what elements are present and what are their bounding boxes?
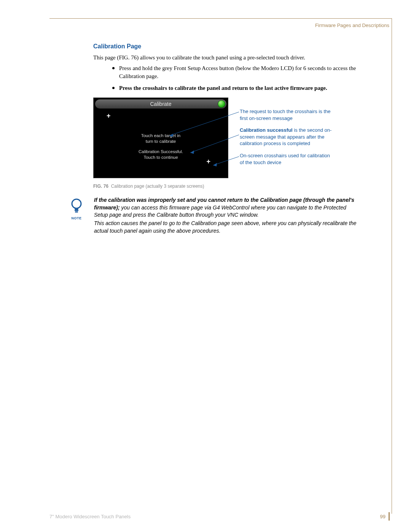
- svg-rect-8: [75, 211, 78, 212]
- callout-3: On-screen crosshairs used for calibratio…: [240, 152, 335, 166]
- page-frame: Firmware Pages and Descriptions Calibrat…: [49, 18, 392, 514]
- note-p1-rest: you can access this firmware page via G4…: [94, 204, 346, 218]
- note-text: If the calibration was improperly set an…: [94, 197, 361, 235]
- svg-rect-7: [75, 209, 78, 211]
- figure-caption-text: Calibration page (actually 3 separate sc…: [111, 184, 204, 189]
- bullet-text: Press the crosshairs to calibrate the pa…: [119, 85, 327, 91]
- screen-title-bar: Calibrate: [95, 99, 226, 109]
- status-dot-icon: [218, 100, 225, 108]
- callout-1: The request to touch the crosshairs is t…: [240, 108, 335, 121]
- note-label: NOTE: [67, 216, 86, 220]
- footer-doc-title: 7" Modero Widescreen Touch Panels: [49, 514, 131, 519]
- note-icon-wrap: NOTE: [67, 198, 86, 220]
- note-para-1: If the calibration was improperly set an…: [94, 197, 361, 219]
- crosshair-icon: +: [107, 112, 111, 119]
- page-footer: 7" Modero Widescreen Touch Panels 99: [49, 512, 392, 521]
- page-number: 99: [380, 512, 390, 521]
- note-para-2: This action causes the panel to go to th…: [94, 220, 361, 235]
- msg1-line2: turn to calibrate: [146, 139, 176, 144]
- note-block: NOTE If the calibration was improperly s…: [67, 197, 361, 235]
- figure-caption: FIG. 76 Calibration page (actually 3 sep…: [93, 184, 361, 189]
- callout-2: Calibration successful is the second on-…: [240, 127, 335, 147]
- screen-title: Calibrate: [150, 101, 171, 107]
- content-area: Calibration Page This page (FIG. 76) all…: [49, 30, 392, 235]
- msg1-line1: Touch each target in: [141, 133, 181, 138]
- figure-label: FIG. 76: [93, 184, 108, 189]
- crosshair-icon: +: [206, 158, 210, 165]
- intro-paragraph: This page (FIG. 76) allows you to calibr…: [93, 54, 361, 61]
- lightbulb-icon: [70, 198, 83, 214]
- callout-2-bold: Calibration successful: [240, 127, 293, 133]
- bullet-item: Press the crosshairs to calibrate the pa…: [112, 84, 361, 92]
- msg2-line2: Touch to continue: [143, 155, 178, 160]
- screen-message-1: Touch each target in turn to calibrate: [94, 133, 228, 144]
- svg-point-6: [72, 199, 81, 208]
- figure-callouts: The request to touch the crosshairs is t…: [240, 108, 335, 171]
- bullet-text: Press and hold the grey Front Setup Acce…: [119, 65, 356, 79]
- calibrate-screen: Calibrate + Touch each target in turn to…: [93, 97, 228, 178]
- bullet-item: Press and hold the grey Front Setup Acce…: [112, 64, 361, 80]
- header-breadcrumb: Firmware Pages and Descriptions: [49, 22, 392, 30]
- figure-row: Calibrate + Touch each target in turn to…: [93, 97, 361, 178]
- bullet-list: Press and hold the grey Front Setup Acce…: [93, 64, 361, 92]
- msg2-line1: Calibration Successful.: [139, 149, 183, 154]
- section-title: Calibration Page: [93, 43, 361, 50]
